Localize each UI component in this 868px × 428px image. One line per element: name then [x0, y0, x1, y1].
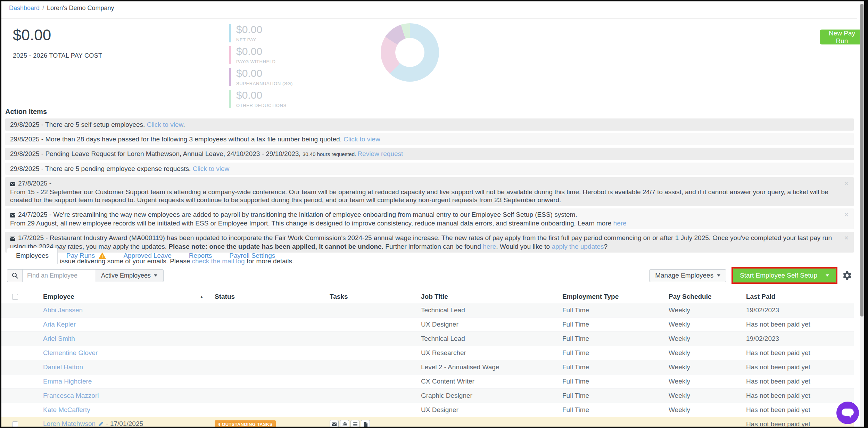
- pay-stat-value: $0.00: [236, 46, 293, 57]
- warning-icon: [98, 253, 106, 259]
- action-item-link[interactable]: Click to view: [147, 121, 183, 128]
- header-checkbox-cell: [1, 294, 43, 300]
- total-pay-value: $0.00: [13, 26, 102, 44]
- action-item-link[interactable]: Review request: [357, 150, 403, 157]
- column-header-label: Last Paid: [746, 293, 775, 300]
- row-checkbox[interactable]: [12, 421, 18, 427]
- column-header-employment-type[interactable]: Employment Type: [562, 293, 669, 301]
- chevron-down-icon: [717, 274, 720, 277]
- employee-name-link[interactable]: Emma Highclere: [43, 378, 92, 385]
- scrollbar-track[interactable]: [860, 1, 864, 427]
- edit-pencil-icon[interactable]: [98, 421, 104, 428]
- table-row: Daniel HattonLevel 2 - Annualised WageFu…: [1, 360, 854, 374]
- chat-widget-button[interactable]: [836, 402, 859, 424]
- breadcrumb-company: Loren's Demo Company: [47, 5, 114, 11]
- employee-cell: Aria Kepler: [43, 321, 215, 328]
- scrollbar-thumb[interactable]: [860, 4, 863, 316]
- action-item-text: 29/8/2025 - Pending Leave Request for Lo…: [10, 150, 303, 157]
- task-bank-icon[interactable]: [340, 420, 349, 428]
- column-header-job-title[interactable]: Job Title: [421, 293, 562, 301]
- job-title-cell: Graphic Designer: [421, 392, 562, 400]
- last-paid-cell: Has not been paid yet: [746, 349, 854, 357]
- action-item-text: 29/8/2025 - More than 28 days have passe…: [10, 135, 344, 143]
- column-header-status[interactable]: Status: [215, 293, 330, 301]
- breadcrumb-dashboard-link[interactable]: Dashboard: [9, 5, 40, 11]
- action-items-title: Action Items: [5, 108, 854, 116]
- tab-payroll-settings[interactable]: Payroll Settings: [221, 248, 284, 264]
- tab-employees[interactable]: Employees: [7, 248, 58, 264]
- pay-stats-list: $0.00NET PAY$0.00PAYG WITHHELD$0.00SUPER…: [229, 24, 293, 112]
- pay-stat-label: OTHER DEDUCTIONS: [236, 103, 293, 108]
- action-item-link[interactable]: here: [613, 220, 627, 227]
- tab-reports[interactable]: Reports: [180, 248, 221, 264]
- column-header-pay-schedule[interactable]: Pay Schedule: [669, 293, 746, 301]
- select-all-checkbox[interactable]: [12, 294, 18, 300]
- pay-breakdown-donut-chart: [381, 23, 439, 82]
- pay-stat-item: $0.00SUPERANNUATION (SG): [229, 68, 293, 86]
- tab-approved-leave[interactable]: Approved Leave: [115, 248, 180, 264]
- action-item-text: .: [183, 121, 185, 128]
- task-document-icon[interactable]: [361, 420, 370, 428]
- employee-name-link[interactable]: Aria Kepler: [43, 321, 76, 328]
- employment-type-cell: Full Time: [562, 321, 669, 328]
- pay-schedule-cell: Weekly: [669, 363, 746, 371]
- table-controls-row: Active Employees Manage Employees Start …: [7, 269, 852, 282]
- close-icon[interactable]: ✕: [844, 211, 849, 219]
- pay-stat-label: NET PAY: [236, 37, 293, 42]
- pay-stat-item: $0.00OTHER DEDUCTIONS: [229, 90, 293, 108]
- last-paid-cell: Has not been paid yet: [746, 420, 854, 428]
- breadcrumb-separator: /: [42, 5, 44, 11]
- close-icon[interactable]: ✕: [844, 180, 849, 188]
- column-header-employee[interactable]: Employee▲: [43, 293, 215, 301]
- table-row: Aria KeplerUX DesignerFull TimeWeeklyHas…: [1, 318, 854, 332]
- task-envelope-icon[interactable]: [330, 420, 339, 428]
- column-header-tasks[interactable]: Tasks: [330, 293, 421, 301]
- search-icon-button[interactable]: [7, 269, 22, 282]
- employee-search-group: Active Employees: [7, 269, 164, 282]
- task-list-icon[interactable]: [350, 420, 359, 428]
- employee-name-link[interactable]: Clementine Glover: [43, 349, 98, 356]
- action-item-link[interactable]: Click to view: [193, 165, 230, 172]
- tab-pay-runs[interactable]: Pay Runs: [58, 248, 115, 264]
- tab-label: Employees: [16, 252, 49, 260]
- search-input[interactable]: [22, 269, 95, 282]
- highlight-outline: Start Employee Self Setup: [731, 267, 837, 284]
- employee-table-body: Abbi JanssenTechnical LeadFull TimeWeekl…: [1, 303, 854, 428]
- tasks-cell: [330, 420, 421, 428]
- employment-type-cell: Full Time: [562, 335, 669, 343]
- pay-stat-value: $0.00: [236, 24, 293, 35]
- tab-label: Approved Leave: [123, 252, 171, 260]
- employee-name-link[interactable]: Ariel Smith: [43, 335, 75, 342]
- total-pay-summary: $0.00 2025 - 2026 TOTAL PAY COST: [13, 26, 102, 59]
- employee-name-link[interactable]: Daniel Hatton: [43, 363, 83, 371]
- pay-schedule-cell: Weekly: [669, 349, 746, 357]
- column-header-last-paid[interactable]: Last Paid: [746, 293, 854, 301]
- employee-name-link[interactable]: Kate McCafferty: [43, 406, 90, 413]
- manage-employees-button[interactable]: Manage Employees: [649, 269, 726, 282]
- action-item-link[interactable]: Click to view: [344, 135, 380, 143]
- last-paid-cell: 19/02/2023: [746, 335, 854, 343]
- table-settings-button[interactable]: [843, 271, 852, 280]
- employee-filter-dropdown[interactable]: Active Employees: [95, 269, 164, 282]
- action-item-text: From 29 August, all new employee records…: [10, 220, 613, 227]
- employment-type-cell: Full Time: [562, 306, 669, 314]
- employee-name-link[interactable]: Abbi Janssen: [43, 306, 83, 314]
- table-row: Francesca MazzoriGraphic DesignerFull Ti…: [1, 389, 854, 403]
- new-pay-run-button[interactable]: New Pay Run: [820, 30, 864, 44]
- employment-type-cell: Full Time: [562, 378, 669, 385]
- table-row: Emma HighclereCX Content WriterFull Time…: [1, 374, 854, 389]
- column-header-label: Tasks: [330, 293, 348, 300]
- employment-type-cell: Full Time: [562, 406, 669, 414]
- app-window: Dashboard/Loren's Demo Company $0.00 202…: [0, 0, 868, 428]
- column-header-label: Employee: [43, 293, 74, 301]
- chevron-down-icon: [826, 274, 829, 277]
- chevron-down-icon: [154, 274, 157, 277]
- close-icon[interactable]: ✕: [844, 234, 849, 242]
- start-employee-self-setup-button[interactable]: Start Employee Self Setup: [733, 269, 836, 282]
- start-employee-self-setup-label: Start Employee Self Setup: [740, 272, 817, 279]
- employee-cell: Emma Highclere: [43, 378, 215, 385]
- employee-name-link[interactable]: Francesca Mazzori: [43, 392, 99, 399]
- employment-type-cell: Full Time: [562, 392, 669, 400]
- sort-ascending-icon: ▲: [200, 295, 204, 299]
- employee-name-link[interactable]: Loren Matehwson: [43, 420, 96, 427]
